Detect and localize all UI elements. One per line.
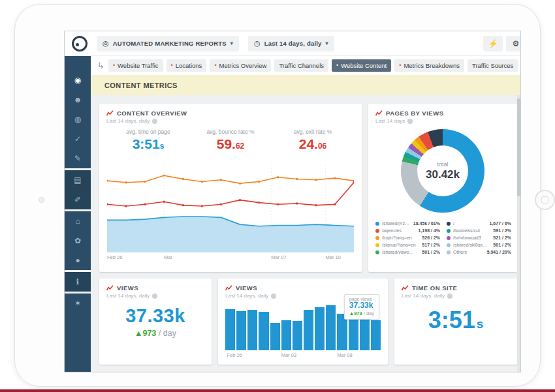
legend-label: /signup?lang=en <box>382 243 416 247</box>
card-title: CONTENT OVERVIEW <box>117 110 187 117</box>
legend-row: Others5,941 / 20% <box>447 250 511 254</box>
bar[interactable] <box>371 320 381 350</box>
legend-label: /shared/ski8gx… <box>453 243 487 247</box>
check-icon: ✓ <box>74 134 81 143</box>
chevron-down-icon: ▾ <box>326 40 328 46</box>
mini-chart-icon <box>106 285 114 291</box>
sidebar-item-pencil[interactable]: ✎ <box>65 149 91 168</box>
sidebar-item-globe[interactable]: ◍ <box>65 110 91 129</box>
legend-column-right: /1,677 / 6%/business/cut591 / 2%/tv/mbxw… <box>447 221 511 254</box>
tab-website-traffic[interactable]: •Website Traffic <box>108 59 163 72</box>
bar[interactable] <box>326 305 336 350</box>
chart-tooltip: page views 37.33k ▲973 / day <box>344 294 379 320</box>
tab-traffic-channels[interactable]: Traffic Channels <box>274 59 328 72</box>
legend-dot-icon <box>375 229 379 233</box>
sidebar-item-palette[interactable]: ✿ <box>65 231 91 250</box>
bar[interactable] <box>293 321 302 350</box>
bar[interactable] <box>270 323 280 350</box>
tab-label: Traffic Sources <box>472 62 513 69</box>
legend-label: /business/cut <box>453 228 480 233</box>
donut-chart: total 30.42k <box>401 129 484 213</box>
legend-dot-icon <box>447 222 451 226</box>
flash-button[interactable]: ⚡ <box>483 36 503 52</box>
home-button[interactable] <box>535 190 555 210</box>
metrics-row: avg. time on page3:51savg. bounce rate %… <box>107 128 354 152</box>
logo-dot-icon <box>76 43 79 46</box>
bar[interactable] <box>281 320 291 350</box>
help-icon[interactable] <box>271 294 276 299</box>
info-icon: ℹ <box>76 277 80 286</box>
bar[interactable] <box>315 307 325 350</box>
donut-center: total 30.42k <box>417 145 468 196</box>
sidebar-item-user[interactable]: ● <box>65 250 91 270</box>
legend-dot-icon <box>447 229 451 233</box>
card-subtitle: Last 14 days, daily <box>106 293 150 299</box>
app-logo <box>72 36 87 52</box>
x-axis-label: Mar 08 <box>337 352 352 358</box>
legend-value: 5,941 / 20% <box>487 250 511 254</box>
x-axis: Feb 26MarMar 07Mar 10 <box>107 254 354 262</box>
line-chart: Feb 26MarMar 07Mar 10 <box>107 165 354 252</box>
topbar-actions: ⚡ ⚙ <box>483 36 521 52</box>
content-overview-card: CONTENT OVERVIEW Last 14 days, daily avg… <box>99 104 362 272</box>
x-axis-label: Feb 26 <box>227 352 242 358</box>
legend-row: /agencies1,198 / 4% <box>375 228 440 233</box>
page: ◎ AUTOMATED MARKETING REPORTS ▾ ◷ Last 1… <box>0 0 555 392</box>
globe-icon: ◍ <box>74 115 81 124</box>
tab-locations[interactable]: •Locations <box>166 59 207 72</box>
legend-value: 501 / 2% <box>422 250 440 254</box>
legend-label: /shared/yqwo… <box>382 250 414 254</box>
scrollbar[interactable] <box>517 95 520 372</box>
help-icon[interactable] <box>152 119 157 124</box>
date-range-dropdown[interactable]: ◷ Last 14 days, daily ▾ <box>248 36 334 52</box>
tooltip-value: 37.33k <box>349 301 374 310</box>
legend-value: 1,198 / 4% <box>419 228 440 233</box>
help-icon[interactable] <box>447 294 452 299</box>
bar[interactable] <box>247 310 257 350</box>
bar[interactable] <box>259 312 268 350</box>
dashboard: CONTENT OVERVIEW Last 14 days, daily avg… <box>91 95 520 372</box>
sidebar-item-check[interactable]: ✓ <box>65 129 91 149</box>
sidebar-item-users[interactable]: ☻ <box>65 90 91 110</box>
sidebar-item-info[interactable]: ℹ <box>65 272 91 292</box>
metric-label: avg. bounce rate % <box>189 128 272 135</box>
sidebar-item-brush[interactable]: ✐ <box>65 190 91 209</box>
legend-dot-icon <box>447 250 451 254</box>
sidebar-item-bug[interactable]: ✶ <box>65 294 91 313</box>
card-title: PAGES BY VIEWS <box>386 110 443 117</box>
sidebar-item-bank[interactable]: ⌂ <box>65 211 91 231</box>
card-subtitle: Last 14 days <box>375 118 405 124</box>
bug-icon: ✶ <box>74 299 81 308</box>
tab-bullet-icon: • <box>399 63 401 68</box>
views-bar-chart-card: VIEWS Last 14 days, daily page views 37.… <box>218 279 388 365</box>
report-dropdown[interactable]: ◎ AUTOMATED MARKETING REPORTS ▾ <box>97 36 239 52</box>
scrollbar-thumb[interactable] <box>517 98 520 196</box>
tab-metrics-overview[interactable]: •Metrics Overview <box>210 59 271 72</box>
bar[interactable] <box>304 310 313 350</box>
tab-label: Website Traffic <box>118 62 158 69</box>
sidebar-group: ◉☻◍✓✎ <box>65 56 91 168</box>
tab-label: Metrics Breakdowns <box>404 62 460 69</box>
views-delta: ▲973 / day <box>99 329 212 338</box>
user-icon: ● <box>75 256 80 265</box>
tab-metrics-breakdowns[interactable]: •Metrics Breakdowns <box>394 59 464 72</box>
bar[interactable] <box>236 311 246 350</box>
legend-label: /tv/mbxwqajt3 <box>453 235 481 240</box>
tab-traffic-sources[interactable]: Traffic Sources <box>468 59 518 72</box>
legend-row: /tv/mbxwqajt3521 / 2% <box>447 235 511 240</box>
metric-label: avg. time on page <box>107 128 189 135</box>
sidebar-item-clipboard[interactable]: ▤ <box>65 170 91 190</box>
metric-label: avg. exit rate % <box>272 128 354 135</box>
help-icon[interactable] <box>407 119 413 124</box>
monitor-icon: ◉ <box>74 76 81 85</box>
pencil-icon: ✎ <box>74 154 81 163</box>
settings-button[interactable]: ⚙ <box>506 36 521 52</box>
bar[interactable] <box>225 309 235 350</box>
help-icon[interactable] <box>152 294 157 299</box>
metric-avg-time-on-page: avg. time on page3:51s <box>107 128 189 152</box>
tab-website-content[interactable]: •Website Content <box>332 59 391 72</box>
sidebar-group: ✶ <box>65 294 91 372</box>
legend-row: /business/cut591 / 2% <box>447 228 511 233</box>
x-axis-label: Mar 10 <box>326 254 341 260</box>
sidebar-item-monitor[interactable]: ◉ <box>65 70 91 90</box>
